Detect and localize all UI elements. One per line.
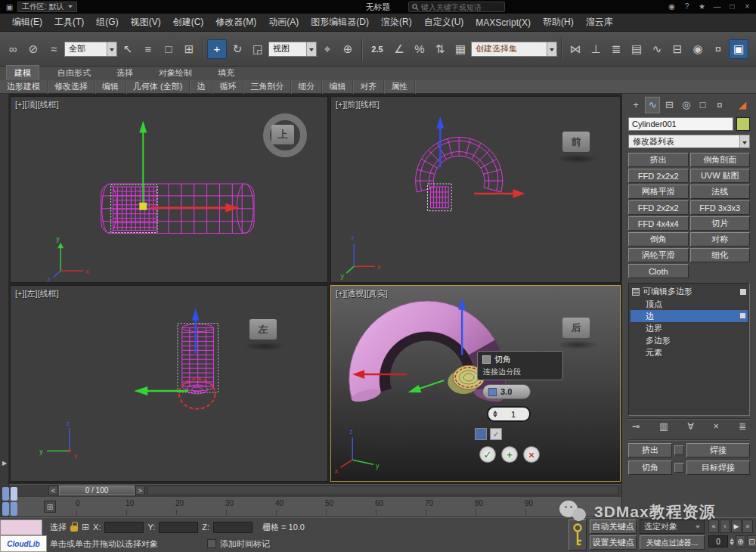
modifier-set-button[interactable]: 法线 — [690, 185, 751, 199]
unlink-selection-icon[interactable]: ⊘ — [23, 39, 43, 59]
stack-display-icon[interactable] — [740, 289, 746, 295]
zoom-icon[interactable]: ⊕ — [736, 535, 745, 547]
sign-in-icon[interactable]: ◉ — [665, 1, 678, 12]
global-search[interactable] — [408, 2, 505, 12]
save-file-icon[interactable]: ▣ — [3, 2, 16, 13]
viewport-top[interactable]: [+][顶][线框] y — [10, 96, 328, 283]
modifier-list-dropdown[interactable]: 修改器列表 — [628, 135, 750, 148]
viewport-label[interactable]: [+][顶][线框] — [15, 99, 59, 110]
next-frame-arrow[interactable]: > — [135, 485, 145, 495]
stack-subobject-item[interactable]: 边界 — [631, 322, 748, 334]
modifier-set-button[interactable]: 涡轮平滑 — [628, 248, 689, 262]
modifier-set-button[interactable]: 切片 — [690, 216, 751, 231]
create-tab-icon[interactable]: + — [628, 97, 643, 113]
spinner-snap-icon[interactable]: ⇅ — [430, 39, 450, 59]
maximize-viewport-icon[interactable]: ⊡ — [747, 535, 756, 547]
key-filters-button[interactable]: 关键点过滤器... — [640, 535, 705, 550]
select-and-manipulate-icon[interactable]: ⊕ — [338, 39, 358, 59]
settings-box-icon[interactable] — [674, 445, 684, 455]
viewport-label[interactable]: [+][透视][真实] — [336, 288, 388, 299]
auto-key-button[interactable]: 自动关键点 — [590, 519, 637, 534]
ribbon-tab[interactable]: 对象绘制 — [151, 66, 200, 80]
hierarchy-tab-icon[interactable]: ⊟ — [662, 97, 677, 113]
ribbon-tab[interactable]: 填充 — [210, 66, 242, 80]
bind-to-space-warp-icon[interactable]: ≈ — [44, 39, 64, 59]
favorites-icon[interactable]: ★ — [696, 1, 708, 12]
front-viewport-canvas[interactable]: z x y — [331, 97, 620, 282]
configure-modifier-sets-icon[interactable]: ≣ — [739, 421, 746, 432]
viewport-left[interactable]: [+][左][线框] z y x — [10, 285, 328, 482]
stack-subobject-item[interactable]: 边 — [631, 310, 748, 322]
ribbon-panel-button[interactable]: 边 — [190, 79, 212, 94]
named-selection-sets-dropdown[interactable]: 创建选择集 — [471, 42, 557, 57]
modifier-set-button[interactable]: FFD 2x2x2 — [628, 169, 689, 183]
caddy-cancel-button[interactable]: × — [523, 446, 540, 463]
close-icon[interactable]: × — [741, 1, 754, 12]
minimize-icon[interactable]: — — [711, 1, 723, 12]
y-coord-field[interactable] — [159, 522, 198, 533]
ribbon-toggle-icon[interactable]: ▤ — [627, 39, 646, 59]
left-viewport-canvas[interactable]: z y x — [11, 286, 327, 481]
cloudlib-tab-icon[interactable]: ◢ — [735, 97, 750, 113]
use-pivot-center-icon[interactable]: ⌖ — [318, 39, 337, 59]
modifier-set-button[interactable]: 挤出 — [628, 153, 689, 167]
modifier-set-button[interactable]: 网格平滑 — [628, 185, 689, 199]
mini-curve-editor-icon[interactable]: ⊞ — [44, 501, 56, 513]
reference-coordsys-dropdown[interactable]: 视图 — [268, 42, 317, 57]
ribbon-tab[interactable]: 自由形式 — [50, 66, 98, 80]
modifier-set-button[interactable]: FFD 3x3x3 — [690, 200, 751, 215]
object-name-field[interactable]: Cylinder001 — [628, 117, 733, 131]
key-filter-selection-dropdown[interactable]: 选定对象 — [640, 519, 705, 534]
select-and-move-icon[interactable]: + — [207, 39, 227, 59]
schematic-view-icon[interactable]: ⊟ — [668, 39, 687, 59]
ribbon-panel-button[interactable]: 几何体 (全部) — [126, 79, 190, 94]
smooth-toggle[interactable]: ✓ — [490, 428, 502, 440]
curve-editor-icon[interactable]: ∿ — [647, 39, 667, 59]
absolute-offset-mode-icon[interactable]: ⊞ — [82, 522, 89, 532]
expand-tray-icon[interactable]: ▶ — [0, 457, 9, 470]
stack-subobject-item[interactable]: 元素 — [631, 346, 748, 358]
restore-icon[interactable]: □ — [726, 1, 739, 12]
previous-frame-icon[interactable]: ‹ — [720, 519, 730, 533]
viewport-label[interactable]: [+][前][线框] — [336, 99, 380, 110]
time-slider-track[interactable] — [147, 485, 618, 495]
workspace-selector[interactable]: 工作区: 默认 — [17, 2, 77, 12]
help-center-icon[interactable]: ? — [680, 1, 693, 12]
modifier-set-button[interactable]: 对称 — [690, 232, 751, 247]
menu-item[interactable]: 自定义(U) — [418, 14, 470, 31]
selection-lock-icon[interactable] — [70, 526, 78, 532]
stack-subobject-item[interactable]: 多边形 — [631, 334, 748, 346]
set-key-mode-button[interactable] — [569, 519, 587, 550]
menu-item[interactable]: 视图(V) — [125, 14, 167, 31]
rectangular-selection-region-icon[interactable]: □ — [159, 39, 178, 59]
snaps-toggle[interactable]: 2.5 — [366, 41, 389, 57]
mini-listener-strip[interactable]: CloudLib — [0, 535, 47, 552]
modifier-set-button[interactable]: Cloth — [628, 264, 689, 278]
ribbon-panel-button[interactable]: 对齐 — [353, 79, 384, 94]
render-setup-icon[interactable]: ¤ — [708, 39, 728, 59]
menu-item[interactable]: 溜云库 — [580, 14, 619, 31]
rendered-frame-window-icon[interactable]: ▣ — [729, 39, 748, 59]
connect-edge-segments-field[interactable]: 1 — [487, 406, 531, 422]
chamfer-type-toggle[interactable] — [475, 428, 487, 440]
set-key-button[interactable]: 设置关键点 — [590, 535, 637, 550]
edit-edges-button[interactable]: 目标焊接 — [686, 461, 750, 475]
stack-subobject-item[interactable]: 顶点 — [631, 298, 748, 310]
selection-filter-dropdown[interactable]: 全部 — [64, 42, 117, 57]
menu-item[interactable]: 修改器(M) — [209, 14, 262, 31]
select-and-scale-icon[interactable]: ◲ — [248, 39, 268, 59]
select-by-name-icon[interactable]: ≡ — [138, 39, 158, 59]
viewport-label[interactable]: [+][左][线框] — [15, 288, 59, 299]
viewcube-back[interactable]: 后 — [562, 318, 590, 338]
mirror-icon[interactable]: ⋈ — [565, 39, 585, 59]
object-color-swatch[interactable] — [736, 117, 750, 131]
macro-recorder-strip[interactable] — [0, 519, 42, 535]
modifier-set-button[interactable]: 细化 — [690, 248, 751, 262]
motion-tab-icon[interactable]: ◎ — [679, 97, 694, 113]
time-slider-thumb[interactable]: 0 / 100 — [59, 485, 135, 495]
menu-item[interactable]: 工具(T) — [48, 14, 90, 31]
modifier-set-button[interactable]: 倒角 — [628, 232, 689, 247]
remove-modifier-icon[interactable]: × — [714, 421, 719, 432]
edit-named-selections-icon[interactable]: ▦ — [451, 39, 470, 59]
chamfer-amount-field[interactable]: 3.0 — [482, 384, 531, 399]
